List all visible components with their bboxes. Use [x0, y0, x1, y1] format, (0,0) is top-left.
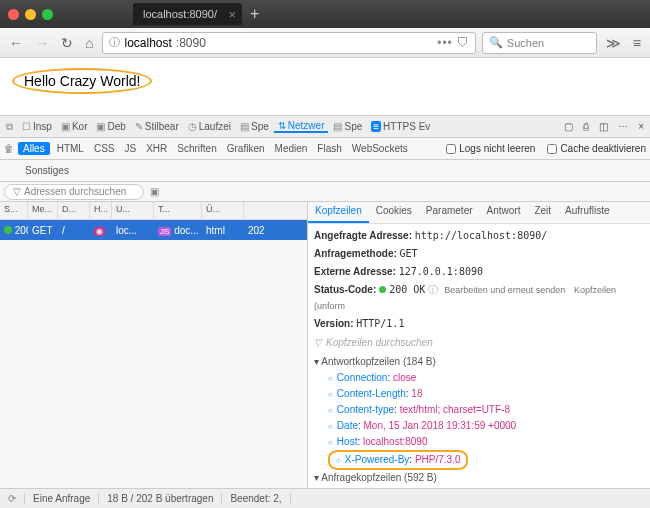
close-tab-icon[interactable]: × — [228, 7, 236, 22]
header-row: ○Date: Mon, 15 Jan 2018 19:31:59 +0000 — [314, 418, 644, 434]
info-icon[interactable]: ⓘ — [109, 35, 120, 50]
reload-button[interactable]: ↻ — [58, 35, 76, 51]
tab-https[interactable]: ≡HTTPS Ev — [367, 121, 434, 132]
detail-tabs: Kopfzeilen Cookies Parameter Antwort Zei… — [308, 202, 650, 224]
browser-tab[interactable]: localhost:8090/ × — [133, 3, 242, 25]
tab-network[interactable]: ⇅Netzwer — [274, 120, 329, 133]
request-list: S... Me... D... H... U... T... Ü... 200 … — [0, 202, 308, 488]
tab-debugger[interactable]: ▣Deb — [92, 121, 129, 132]
settings-icon[interactable]: ⋯ — [614, 121, 632, 132]
forward-button[interactable]: → — [32, 35, 52, 51]
filter-js[interactable]: JS — [121, 143, 139, 154]
persist-logs-checkbox[interactable]: Logs nicht leeren — [446, 143, 535, 154]
devtools-panel: ⧉ ☐Insp ▣Kor ▣Deb ✎Stilbear ◷Laufzei ▤Sp… — [0, 115, 650, 508]
new-tab-button[interactable]: + — [250, 5, 259, 23]
filter-other[interactable]: Sonstiges — [22, 165, 72, 176]
request-list-header: S... Me... D... H... U... T... Ü... — [0, 202, 307, 220]
status-dot-icon — [4, 226, 12, 234]
maximize-window-button[interactable] — [42, 9, 53, 20]
address-filter-input[interactable]: ▽ Adressen durchsuchen — [4, 184, 144, 200]
status-code: 200 OK — [389, 284, 425, 295]
request-details: Kopfzeilen Cookies Parameter Antwort Zei… — [308, 202, 650, 488]
funnel-icon: ▽ — [13, 186, 21, 197]
filter-css[interactable]: CSS — [91, 143, 118, 154]
toggle-details-icon[interactable]: ▣ — [150, 186, 159, 197]
header-row: ○Connection: close — [314, 370, 644, 386]
dtab-timings[interactable]: Zeit — [527, 202, 558, 223]
menu-button[interactable]: ≡ — [630, 35, 644, 51]
header-row: ○Content-type: text/html; charset=UTF-8 — [314, 402, 644, 418]
network-address-filter-row: ▽ Adressen durchsuchen ▣ — [0, 182, 650, 202]
tab-storage[interactable]: ▤Spe — [329, 121, 366, 132]
dtab-stack[interactable]: Aufrufliste — [558, 202, 616, 223]
bullet-icon: ○ — [328, 406, 333, 415]
filter-fonts[interactable]: Schriften — [174, 143, 219, 154]
tab-inspector[interactable]: ☐Insp — [18, 121, 56, 132]
request-row[interactable]: 200 GET / ◉ loc... JS doc... html 202 — [0, 220, 307, 240]
trash-icon[interactable]: 🗑 — [4, 143, 14, 154]
tab-title: localhost:8090/ — [143, 8, 217, 20]
http-version: HTTP/1.1 — [356, 318, 404, 329]
bullet-icon: ○ — [328, 390, 333, 399]
filter-all[interactable]: Alles — [18, 142, 50, 155]
transfer-size: 18 B / 202 B übertragen — [99, 493, 222, 504]
tab-performance[interactable]: ◷Laufzei — [184, 121, 235, 132]
screenshot-icon[interactable]: ⎙ — [579, 121, 593, 132]
window-controls — [8, 9, 53, 20]
edit-resend-button[interactable]: Bearbeiten und erneut senden — [444, 285, 565, 295]
search-placeholder: Suchen — [507, 37, 544, 49]
page-actions-icon[interactable]: ••• — [437, 36, 453, 50]
remote-address: 127.0.0.1:8090 — [399, 266, 483, 277]
headers-panel: Angefragte Adresse: http://localhost:809… — [308, 224, 650, 488]
dtab-headers[interactable]: Kopfzeilen — [308, 202, 369, 223]
search-bar[interactable]: 🔍 Suchen — [482, 32, 597, 54]
filter-images[interactable]: Grafiken — [224, 143, 268, 154]
header-row: ○X-Powered-By: PHP/7.3.0 — [314, 450, 644, 470]
filter-flash[interactable]: Flash — [314, 143, 344, 154]
tab-console[interactable]: ▣Kor — [57, 121, 92, 132]
page-content: Hello Crazy World! — [0, 58, 650, 104]
browser-toolbar: ← → ↻ ⌂ ⓘ localhost:8090 ••• ⛉ 🔍 Suchen … — [0, 28, 650, 58]
dtab-cookies[interactable]: Cookies — [369, 202, 419, 223]
bullet-icon: ○ — [328, 374, 333, 383]
overflow-button[interactable]: ≫ — [603, 35, 624, 51]
bullet-icon: ○ — [336, 456, 341, 465]
url-port: :8090 — [176, 36, 206, 50]
devtools-tabs: ⧉ ☐Insp ▣Kor ▣Deb ✎Stilbear ◷Laufzei ▤Sp… — [0, 116, 650, 138]
header-search-input[interactable]: ▽Kopfzeilen durchsuchen — [314, 335, 644, 351]
finish-time: Beendet: 2, — [222, 493, 290, 504]
tab-styles[interactable]: ✎Stilbear — [131, 121, 183, 132]
request-headers-section[interactable]: ▾ Anfragekopfzeilen (592 B) — [314, 470, 644, 486]
url-bar[interactable]: ⓘ localhost:8090 ••• ⛉ — [102, 32, 475, 54]
tab-memory[interactable]: ▤Spe — [236, 121, 273, 132]
status-dot-icon — [379, 286, 386, 293]
filter-ws[interactable]: WebSockets — [349, 143, 411, 154]
search-icon: 🔍 — [489, 36, 503, 49]
minimize-window-button[interactable] — [25, 9, 36, 20]
funnel-icon: ▽ — [314, 335, 322, 351]
har-icon[interactable]: ⟳ — [0, 493, 25, 504]
header-row: ○Host: localhost:8090 — [314, 434, 644, 450]
network-filter-bar-2: Sonstiges — [0, 160, 650, 182]
close-devtools-icon[interactable]: × — [634, 121, 648, 132]
help-icon[interactable]: ⓘ — [428, 284, 438, 295]
filter-xhr[interactable]: XHR — [143, 143, 170, 154]
response-headers-section[interactable]: ▾ Antwortkopfzeilen (184 B) — [314, 354, 644, 370]
filter-html[interactable]: HTML — [54, 143, 87, 154]
header-row: ○Content-Length: 18 — [314, 386, 644, 402]
iframe-picker-icon[interactable]: ⧉ — [2, 121, 17, 133]
close-window-button[interactable] — [8, 9, 19, 20]
request-url: http://localhost:8090/ — [415, 230, 547, 241]
dock-icon[interactable]: ◫ — [595, 121, 612, 132]
filter-media[interactable]: Medien — [272, 143, 311, 154]
responsive-icon[interactable]: ▢ — [560, 121, 577, 132]
dtab-params[interactable]: Parameter — [419, 202, 480, 223]
home-button[interactable]: ⌂ — [82, 35, 96, 51]
shield-icon[interactable]: ⛉ — [457, 36, 469, 50]
back-button[interactable]: ← — [6, 35, 26, 51]
dtab-response[interactable]: Antwort — [480, 202, 528, 223]
bullet-icon: ○ — [328, 438, 333, 447]
request-count: Eine Anfrage — [25, 493, 99, 504]
network-body: S... Me... D... H... U... T... Ü... 200 … — [0, 202, 650, 488]
disable-cache-checkbox[interactable]: Cache deaktivieren — [547, 143, 646, 154]
